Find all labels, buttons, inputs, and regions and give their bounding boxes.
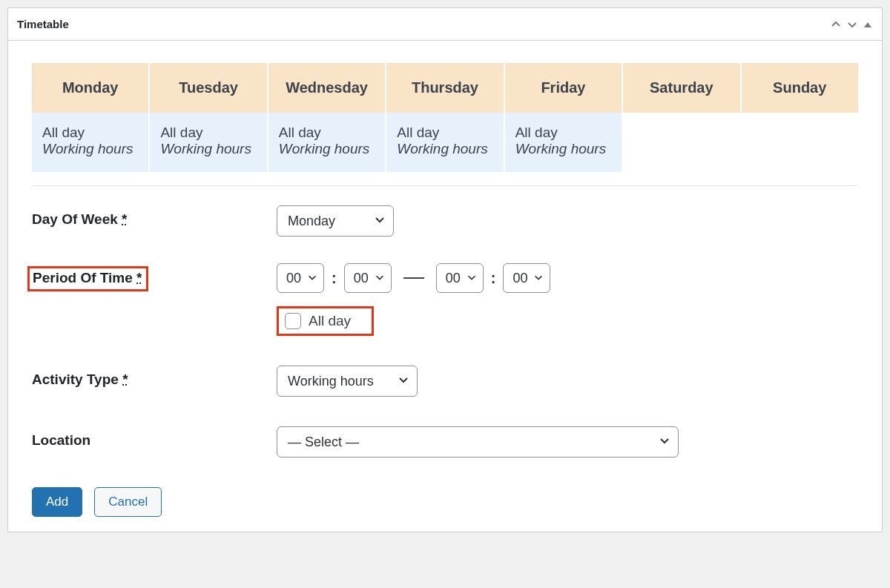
- time-colon: :: [491, 270, 496, 287]
- timetable-cell-tuesday[interactable]: All day Working hours: [150, 113, 268, 172]
- period-of-time-label: Period Of Time *: [32, 263, 277, 291]
- timetable-cell-friday[interactable]: All day Working hours: [505, 113, 623, 172]
- all-day-checkbox-container[interactable]: All day: [277, 306, 374, 336]
- timetable-cell-wednesday[interactable]: All day Working hours: [268, 113, 386, 172]
- timetable-header-tuesday: Tuesday: [150, 63, 268, 113]
- period-to-hour-select[interactable]: 00: [436, 263, 484, 293]
- timetable-cell-saturday[interactable]: [623, 113, 741, 172]
- chevron-down-icon: [307, 271, 317, 286]
- panel-header: Timetable: [8, 8, 882, 41]
- day-of-week-label: Day Of Week *: [32, 205, 277, 228]
- chevron-down-icon: [375, 271, 385, 286]
- cancel-button[interactable]: Cancel: [94, 487, 162, 517]
- location-value: — Select —: [288, 435, 359, 450]
- location-select[interactable]: — Select —: [277, 426, 679, 457]
- period-to-minute-select[interactable]: 00: [503, 263, 550, 293]
- timetable-panel: Timetable Monday Tuesday Wednesday Thurs…: [7, 7, 883, 532]
- timetable-cell-activity: Working hours: [279, 141, 375, 157]
- chevron-down-icon: [467, 271, 477, 286]
- time-range-dash: [403, 277, 424, 279]
- time-colon: :: [332, 270, 337, 287]
- timetable-cell-monday[interactable]: All day Working hours: [32, 113, 150, 172]
- day-of-week-value: Monday: [288, 214, 335, 229]
- timetable-cell-time: All day: [160, 125, 256, 141]
- all-day-checkbox[interactable]: [285, 313, 301, 329]
- activity-type-value: Working hours: [288, 374, 374, 389]
- chevron-down-icon: [374, 214, 386, 229]
- timetable-cell-activity: Working hours: [515, 141, 611, 157]
- chevron-down-icon: [533, 271, 544, 286]
- all-day-label: All day: [309, 313, 351, 329]
- period-of-time-controls: 00 : 00 00 :: [277, 263, 550, 293]
- timetable-header-sunday: Sunday: [742, 63, 858, 113]
- timetable-cell-activity: Working hours: [397, 141, 492, 157]
- timetable-cell-sunday[interactable]: [742, 113, 858, 172]
- chevron-down-icon: [398, 374, 409, 389]
- activity-type-select[interactable]: Working hours: [277, 366, 418, 397]
- add-button[interactable]: Add: [32, 487, 82, 517]
- timetable-header-thursday: Thursday: [386, 63, 504, 113]
- timetable-cell-thursday[interactable]: All day Working hours: [386, 113, 504, 172]
- timetable-header-saturday: Saturday: [623, 63, 741, 113]
- chevron-up-icon[interactable]: [830, 19, 842, 30]
- timetable-cell-activity: Working hours: [42, 141, 138, 157]
- timetable-header-monday: Monday: [32, 63, 150, 113]
- timetable-cell-time: All day: [42, 125, 138, 141]
- chevron-down-icon[interactable]: [846, 19, 858, 30]
- activity-type-label: Activity Type *: [32, 366, 277, 388]
- chevron-down-icon: [659, 435, 670, 450]
- panel-title: Timetable: [17, 18, 69, 30]
- period-from-minute-select[interactable]: 00: [344, 263, 392, 293]
- timetable-cell-time: All day: [397, 125, 492, 141]
- day-of-week-select[interactable]: Monday: [277, 205, 394, 237]
- period-from-hour-select[interactable]: 00: [277, 263, 324, 293]
- divider: [32, 185, 858, 186]
- timetable-header-row: Monday Tuesday Wednesday Thursday Friday…: [32, 63, 858, 113]
- timetable-header-wednesday: Wednesday: [268, 63, 386, 113]
- timetable-row: All day Working hours All day Working ho…: [32, 113, 858, 172]
- timetable-cell-time: All day: [279, 125, 375, 141]
- timetable-cell-time: All day: [515, 125, 611, 141]
- location-label: Location: [32, 426, 277, 449]
- timetable-cell-activity: Working hours: [160, 141, 256, 157]
- timetable-header-friday: Friday: [505, 63, 623, 113]
- collapse-panel-icon[interactable]: [863, 19, 873, 30]
